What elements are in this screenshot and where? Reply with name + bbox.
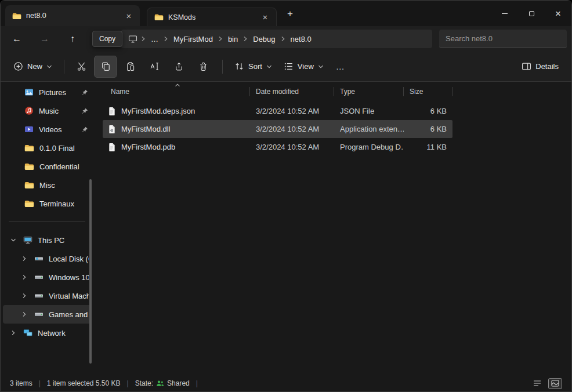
- ellipsis-icon: …: [336, 61, 345, 71]
- view-button[interactable]: View: [278, 56, 330, 77]
- tab-net8[interactable]: net8.0 ×: [5, 5, 140, 26]
- sidebar-item-label: Videos: [39, 125, 76, 134]
- sidebar-item-videos[interactable]: Videos: [3, 120, 91, 139]
- sidebar-item-label: Games and Wo: [49, 310, 89, 319]
- back-button[interactable]: ←: [5, 30, 28, 48]
- sidebar-item-virtual-machines-drive[interactable]: Virtual Machin: [3, 286, 91, 305]
- chevron-right-icon[interactable]: [20, 293, 29, 299]
- file-date-modified: 3/2/2024 10:52 AM: [250, 125, 334, 133]
- status-bar: 3 items | 1 item selected 5.50 KB | Stat…: [1, 375, 571, 391]
- breadcrumb-item-myfirstmod[interactable]: MyFirstMod: [169, 32, 217, 46]
- rename-button[interactable]: [143, 56, 165, 77]
- drive-icon: [34, 254, 44, 263]
- chevron-right-icon[interactable]: [20, 311, 29, 317]
- copy-button[interactable]: [95, 56, 117, 77]
- list-view-icon: [533, 380, 541, 387]
- state-label: State:: [135, 379, 153, 387]
- sort-ascending-icon: [175, 84, 180, 87]
- breadcrumb-item-bin[interactable]: bin: [224, 32, 242, 46]
- file-size: 6 KB: [404, 107, 452, 115]
- file-row[interactable]: MyFirstMod.pdb 3/2/2024 10:52 AM Program…: [103, 138, 452, 156]
- sidebar-item-folder[interactable]: Terminaux: [3, 194, 91, 213]
- drive-icon: [34, 273, 44, 282]
- chevron-right-icon[interactable]: [20, 274, 29, 280]
- close-button[interactable]: ×: [545, 1, 571, 26]
- this-pc-icon[interactable]: [128, 34, 137, 43]
- view-button-label: View: [298, 62, 314, 71]
- paste-button[interactable]: [119, 56, 141, 77]
- videos-icon: [24, 125, 34, 134]
- file-name: MyFirstMod.pdb: [121, 143, 175, 151]
- file-date-modified: 3/2/2024 10:52 AM: [250, 107, 334, 115]
- folder-icon: [12, 12, 21, 20]
- breadcrumb-item-net8[interactable]: net8.0: [287, 32, 316, 46]
- column-header-date-modified[interactable]: Date modified: [250, 87, 334, 96]
- sidebar-item-network[interactable]: Network: [3, 324, 91, 342]
- sidebar-item-label: 0.1.0 Final: [39, 144, 89, 153]
- view-icon: [284, 61, 294, 71]
- sidebar-item-music[interactable]: Music: [3, 101, 91, 120]
- sidebar-item-games-drive[interactable]: Games and Wo: [3, 305, 91, 324]
- sidebar-item-folder[interactable]: 0.1.0 Final: [3, 139, 91, 157]
- details-pane-button[interactable]: Details: [516, 56, 564, 77]
- cut-icon: [77, 61, 86, 71]
- tab-close-icon[interactable]: ×: [122, 9, 135, 22]
- new-button[interactable]: New: [8, 56, 58, 77]
- column-header-size[interactable]: Size: [404, 87, 452, 96]
- sidebar: Pictures Music Videos 0.1.0 Final: [1, 82, 93, 375]
- status-divider: |: [127, 379, 129, 387]
- sidebar-item-pictures[interactable]: Pictures: [3, 83, 91, 101]
- search-box[interactable]: [439, 30, 567, 48]
- column-headers: Name Date modified Type Size: [103, 84, 452, 99]
- chevron-down-icon: [46, 64, 52, 70]
- pictures-icon: [24, 88, 34, 97]
- details-view-toggle[interactable]: [530, 378, 544, 389]
- sidebar-item-this-pc[interactable]: This PC: [3, 231, 91, 249]
- sidebar-item-label: Network: [38, 329, 89, 337]
- chevron-right-icon[interactable]: [9, 330, 18, 336]
- up-button[interactable]: ↑: [61, 30, 84, 48]
- command-toolbar: New Sort View: [1, 52, 571, 82]
- json-file-icon: [107, 107, 116, 116]
- column-header-type[interactable]: Type: [334, 87, 404, 96]
- selection-summary: 1 item selected 5.50 KB: [47, 379, 121, 387]
- thumbnail-view-toggle[interactable]: [548, 378, 562, 389]
- paste-icon: [125, 61, 135, 71]
- tab-close-icon[interactable]: ×: [259, 11, 271, 24]
- more-options-button[interactable]: …: [330, 56, 352, 77]
- file-row-selected[interactable]: MyFirstMod.dll 3/2/2024 10:52 AM Applica…: [103, 120, 452, 138]
- file-date-modified: 3/2/2024 10:52 AM: [250, 143, 334, 151]
- cut-button[interactable]: [70, 56, 92, 77]
- search-input[interactable]: [446, 34, 560, 43]
- chevron-down-icon: [318, 64, 324, 70]
- sidebar-scrollbar[interactable]: [89, 179, 92, 364]
- pin-icon: [81, 107, 89, 115]
- chevron-right-icon: [280, 36, 286, 42]
- delete-button[interactable]: [192, 56, 214, 77]
- folder-icon: [24, 181, 34, 189]
- share-button[interactable]: [168, 56, 190, 77]
- chevron-right-icon[interactable]: [20, 256, 29, 262]
- file-explorer-window: net8.0 × KSMods × + × ← → ↑ Copy: [0, 0, 572, 392]
- minimize-button[interactable]: [491, 1, 518, 26]
- tab-ksmods[interactable]: KSMods ×: [147, 8, 277, 26]
- sidebar-divider: [9, 222, 85, 222]
- column-header-name[interactable]: Name: [103, 87, 250, 96]
- chevron-right-icon: [242, 36, 248, 42]
- file-row[interactable]: MyFirstMod.deps.json 3/2/2024 10:52 AM J…: [103, 102, 452, 120]
- sidebar-item-label: Pictures: [39, 88, 76, 97]
- chevron-down-icon[interactable]: [9, 237, 18, 243]
- sidebar-item-local-disk-c[interactable]: Local Disk (C:): [3, 249, 91, 268]
- breadcrumb-ellipsis[interactable]: …: [147, 32, 162, 46]
- sidebar-item-folder[interactable]: Confidential: [3, 157, 91, 176]
- sidebar-item-label: Music: [39, 107, 76, 115]
- new-plus-icon: [13, 61, 23, 71]
- sidebar-item-folder[interactable]: Misc: [3, 176, 91, 194]
- new-tab-button[interactable]: +: [281, 5, 299, 23]
- sort-button[interactable]: Sort: [229, 56, 278, 77]
- forward-button[interactable]: →: [33, 30, 56, 48]
- sidebar-item-windows10-drive[interactable]: Windows 10 (D: [3, 268, 91, 286]
- chevron-right-icon: [163, 36, 169, 42]
- breadcrumb-item-debug[interactable]: Debug: [249, 32, 279, 46]
- maximize-button[interactable]: [518, 1, 545, 26]
